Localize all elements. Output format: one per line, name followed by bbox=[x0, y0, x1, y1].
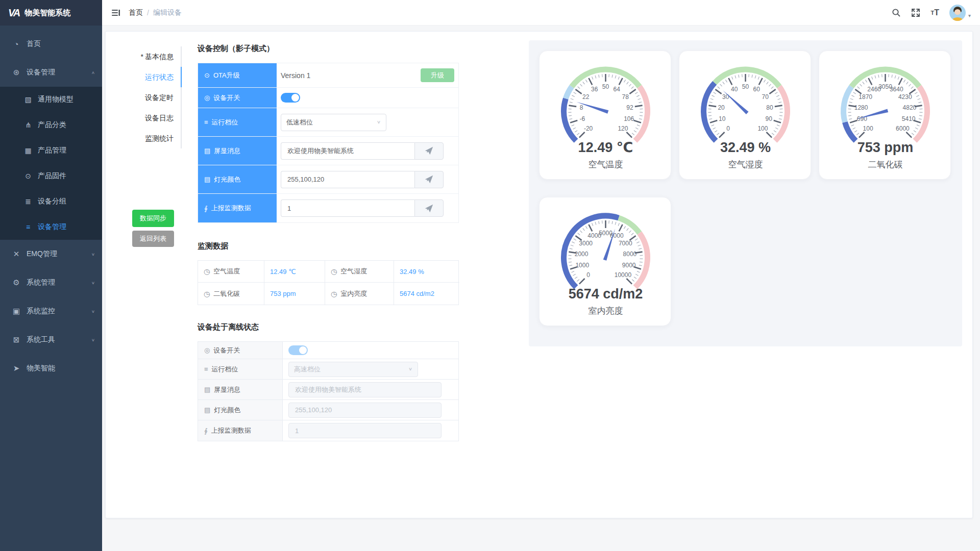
message-input[interactable] bbox=[281, 142, 414, 160]
offline-report-input[interactable] bbox=[288, 423, 442, 438]
svg-text:4230: 4230 bbox=[898, 93, 912, 101]
attach-icon: ∮ bbox=[204, 205, 208, 212]
tab-3[interactable]: 设备日志 bbox=[115, 108, 181, 128]
sidebar-item-system-tools[interactable]: ⊠系统工具∨ bbox=[0, 325, 102, 354]
report-input[interactable] bbox=[281, 199, 414, 217]
light-color-icon: ▤ bbox=[204, 406, 210, 414]
gauge-label: 二氧化碳 bbox=[868, 160, 903, 169]
device-management-icon: ⊛ bbox=[10, 68, 22, 77]
tab-4[interactable]: 监测统计 bbox=[115, 128, 181, 148]
monitor-label: 空气湿度 bbox=[340, 267, 367, 276]
sidebar-item-system-monitor[interactable]: ▣系统监控∨ bbox=[0, 297, 102, 325]
gear-level-select[interactable]: 低速档位∨ bbox=[281, 114, 386, 131]
logo[interactable]: VA 物美智能系统 bbox=[0, 0, 102, 26]
device-switch-toggle[interactable] bbox=[281, 93, 300, 103]
search-icon[interactable] bbox=[892, 8, 901, 17]
send-report-button[interactable] bbox=[414, 199, 444, 217]
offline-switch-row: ◎设备开关 bbox=[198, 342, 458, 359]
svg-text:5410: 5410 bbox=[902, 115, 916, 122]
offline-message-input[interactable] bbox=[288, 382, 442, 397]
sidebar-fold-icon[interactable] bbox=[111, 8, 120, 17]
meter-icon: ◷ bbox=[204, 267, 210, 276]
message-icon: ▤ bbox=[204, 147, 210, 155]
gauge-indoor-brightness: 0100020003000400050006000700080009000100… bbox=[539, 197, 671, 326]
sidebar-item-system-management[interactable]: ⚙系统管理∨ bbox=[0, 268, 102, 297]
message-label: 屏显消息 bbox=[214, 146, 240, 156]
product-management-icon: ▦ bbox=[22, 146, 34, 155]
chevron-icon: ∨ bbox=[91, 338, 95, 342]
tab-2[interactable]: 设备定时 bbox=[115, 87, 181, 108]
font-size-icon[interactable]: TT bbox=[930, 8, 939, 17]
svg-text:120: 120 bbox=[618, 125, 628, 132]
tab-0[interactable]: *基本信息 bbox=[115, 46, 181, 67]
meter-icon: ◷ bbox=[331, 290, 337, 298]
gauge-value: 12.49 ℃ bbox=[578, 140, 633, 155]
app-title: 物美智能系统 bbox=[24, 8, 70, 18]
offline-light-color-row: ▤灯光颜色 bbox=[198, 400, 458, 420]
offline-table: ◎设备开关 ≡运行档位 高速档位∨ ▤屏显消息 bbox=[198, 341, 459, 441]
breadcrumb-current: 编辑设备 bbox=[153, 8, 182, 17]
ota-row: ⊙OTA升级 Version 1 升级 bbox=[198, 63, 458, 88]
sidebar-item-product-category[interactable]: ⋔产品分类 bbox=[0, 112, 102, 138]
monitor-value: 753 ppm bbox=[264, 283, 325, 305]
breadcrumb-home[interactable]: 首页 bbox=[129, 8, 143, 17]
sidebar-item-device-management[interactable]: ⊛设备管理∧ bbox=[0, 58, 102, 87]
meter-icon: ◷ bbox=[331, 267, 337, 276]
svg-text:10000: 10000 bbox=[615, 271, 632, 279]
upgrade-button[interactable]: 升级 bbox=[421, 68, 454, 82]
chevron-down-icon: ∨ bbox=[408, 366, 412, 371]
shadow-control-table: ⊙OTA升级 Version 1 升级 ◎设备开关 ≡运行档位 bbox=[198, 63, 459, 223]
thing-model-icon: ▧ bbox=[22, 95, 34, 104]
gauge-air-temperature: -20-6822365064789210612012.49 ℃空气温度 bbox=[539, 51, 671, 180]
meter-icon: ◷ bbox=[204, 290, 210, 298]
svg-text:106: 106 bbox=[624, 115, 634, 122]
offline-light-color-input[interactable] bbox=[288, 403, 442, 418]
offline-gear-level-select[interactable]: 高速档位∨ bbox=[288, 362, 418, 377]
sidebar: VA 物美智能系统 ◔首页⊛设备管理∧▧通用物模型⋔产品分类▦产品管理⊙产品固件… bbox=[0, 0, 102, 551]
send-light-color-button[interactable] bbox=[414, 171, 444, 188]
message-icon: ▤ bbox=[204, 386, 210, 393]
breadcrumb: 首页 / 编辑设备 bbox=[129, 8, 182, 17]
sidebar-item-thing-model[interactable]: ▧通用物模型 bbox=[0, 87, 102, 112]
sidebar-item-emq-management[interactable]: ✕EMQ管理∨ bbox=[0, 240, 102, 268]
product-firmware-icon: ⊙ bbox=[22, 172, 34, 180]
offline-title: 设备处于离线状态 bbox=[198, 322, 459, 332]
send-message-button[interactable] bbox=[414, 142, 444, 160]
main-area: 首页 / 编辑设备 TT ▾ bbox=[102, 0, 980, 551]
avatar[interactable] bbox=[949, 5, 966, 21]
back-to-list-button[interactable]: 返回列表 bbox=[132, 231, 174, 247]
monitor-label: 空气温度 bbox=[213, 267, 240, 276]
sidebar-item-product-firmware[interactable]: ⊙产品固件 bbox=[0, 163, 102, 189]
offline-message-row: ▤屏显消息 bbox=[198, 380, 458, 400]
light-color-input[interactable] bbox=[281, 171, 414, 188]
svg-text:-20: -20 bbox=[584, 125, 593, 132]
data-sync-button[interactable]: 数据同步 bbox=[132, 210, 174, 227]
offline-device-switch-toggle[interactable] bbox=[288, 345, 308, 355]
sidebar-item-device-group[interactable]: ≣设备分组 bbox=[0, 189, 102, 214]
gauge-label: 空气温度 bbox=[589, 160, 623, 169]
tab-1[interactable]: 运行状态 bbox=[115, 67, 181, 87]
light-color-row: ▤灯光颜色 bbox=[198, 165, 458, 194]
sidebar-item-device-list[interactable]: ≡设备管理 bbox=[0, 214, 102, 240]
ota-icon: ⊙ bbox=[204, 71, 210, 79]
chevron-icon: ∧ bbox=[91, 70, 95, 75]
switch-row: ◎设备开关 bbox=[198, 88, 458, 108]
svg-text:50: 50 bbox=[602, 83, 609, 90]
fullscreen-icon[interactable] bbox=[911, 8, 920, 17]
caret-down-icon: ▾ bbox=[968, 13, 971, 18]
monitor-value: 12.49 ℃ bbox=[264, 261, 325, 283]
sidebar-item-wumei-smart[interactable]: ➤物美智能 bbox=[0, 354, 102, 383]
product-category-icon: ⋔ bbox=[22, 121, 34, 129]
sidebar-item-home[interactable]: ◔首页 bbox=[0, 30, 102, 58]
home-icon: ◔ bbox=[10, 40, 22, 48]
svg-text:20: 20 bbox=[718, 104, 725, 111]
ota-label: OTA升级 bbox=[213, 71, 240, 80]
svg-text:8: 8 bbox=[580, 104, 583, 111]
sidebar-item-product-management[interactable]: ▦产品管理 bbox=[0, 138, 102, 163]
svg-text:70: 70 bbox=[762, 93, 769, 101]
monitor-label: 二氧化碳 bbox=[213, 289, 240, 298]
device-list-icon: ≡ bbox=[22, 223, 34, 231]
svg-text:4820: 4820 bbox=[903, 104, 917, 111]
svg-text:90: 90 bbox=[766, 115, 773, 122]
user-menu[interactable]: ▾ bbox=[949, 5, 971, 21]
